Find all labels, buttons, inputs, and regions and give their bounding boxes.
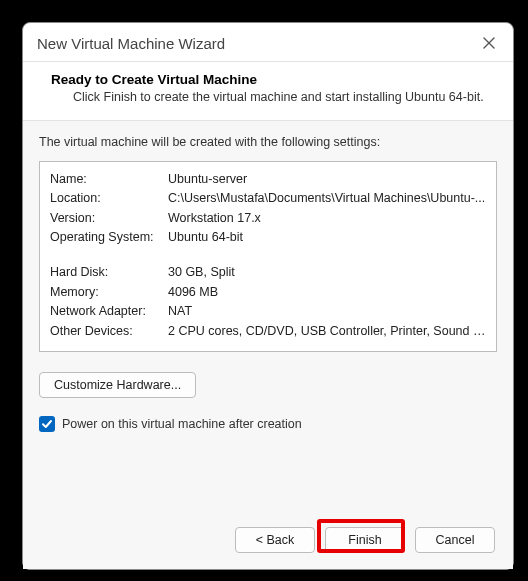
- settings-key: Name:: [50, 170, 168, 189]
- settings-row: Memory:4096 MB: [50, 283, 486, 302]
- settings-value: Ubuntu-server: [168, 170, 486, 189]
- settings-key: Version:: [50, 209, 168, 228]
- settings-key: Network Adapter:: [50, 302, 168, 321]
- wizard-description: Click Finish to create the virtual machi…: [73, 89, 493, 106]
- settings-value: C:\Users\Mustafa\Documents\Virtual Machi…: [168, 189, 486, 208]
- wizard-footer: < Back Finish Cancel: [23, 515, 513, 569]
- close-icon[interactable]: [479, 33, 499, 53]
- settings-value: 4096 MB: [168, 283, 486, 302]
- settings-row: Operating System:Ubuntu 64-bit: [50, 228, 486, 247]
- settings-row: Name:Ubuntu-server: [50, 170, 486, 189]
- settings-key: Location:: [50, 189, 168, 208]
- settings-key: Other Devices:: [50, 322, 168, 341]
- wizard-dialog: New Virtual Machine Wizard Ready to Crea…: [22, 22, 514, 570]
- power-on-checkbox-row[interactable]: Power on this virtual machine after crea…: [39, 416, 497, 432]
- back-button[interactable]: < Back: [235, 527, 315, 553]
- settings-summary-box: Name:Ubuntu-serverLocation:C:\Users\Must…: [39, 161, 497, 352]
- settings-row: Location:C:\Users\Mustafa\Documents\Virt…: [50, 189, 486, 208]
- settings-key: Operating System:: [50, 228, 168, 247]
- wizard-body: The virtual machine will be created with…: [23, 121, 513, 515]
- settings-value: Ubuntu 64-bit: [168, 228, 486, 247]
- power-on-checkbox[interactable]: [39, 416, 55, 432]
- settings-row: Other Devices:2 CPU cores, CD/DVD, USB C…: [50, 322, 486, 341]
- customize-hardware-button[interactable]: Customize Hardware...: [39, 372, 196, 398]
- settings-row: Hard Disk:30 GB, Split: [50, 263, 486, 282]
- cancel-button[interactable]: Cancel: [415, 527, 495, 553]
- settings-value: NAT: [168, 302, 486, 321]
- settings-intro: The virtual machine will be created with…: [39, 135, 497, 149]
- settings-value: Workstation 17.x: [168, 209, 486, 228]
- settings-key: Memory:: [50, 283, 168, 302]
- power-on-label: Power on this virtual machine after crea…: [62, 417, 302, 431]
- settings-value: 30 GB, Split: [168, 263, 486, 282]
- settings-row: Network Adapter:NAT: [50, 302, 486, 321]
- finish-button[interactable]: Finish: [325, 527, 405, 553]
- settings-value: 2 CPU cores, CD/DVD, USB Controller, Pri…: [168, 322, 486, 341]
- titlebar: New Virtual Machine Wizard: [23, 23, 513, 61]
- settings-key: Hard Disk:: [50, 263, 168, 282]
- wizard-heading: Ready to Create Virtual Machine: [51, 72, 493, 87]
- wizard-header: Ready to Create Virtual Machine Click Fi…: [23, 61, 513, 121]
- dialog-title: New Virtual Machine Wizard: [37, 35, 225, 52]
- settings-row: Version:Workstation 17.x: [50, 209, 486, 228]
